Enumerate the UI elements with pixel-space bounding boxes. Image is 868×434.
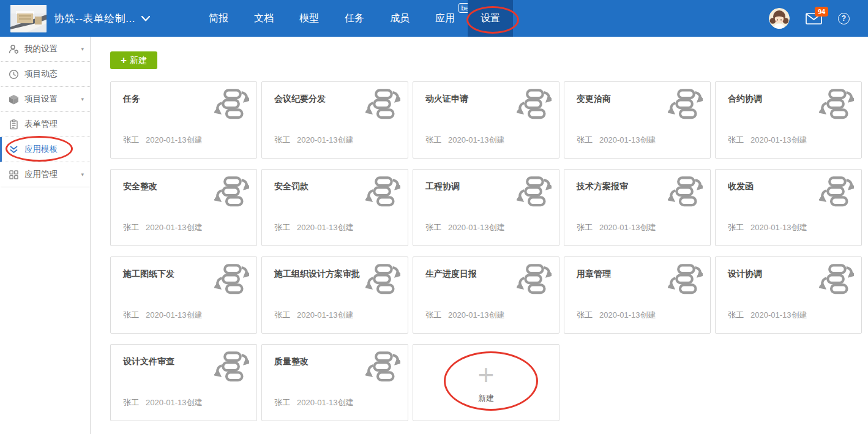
tab-briefing[interactable]: 简报	[196, 0, 241, 37]
card-created-date: 2020-01-13创建	[599, 310, 656, 320]
sidebar-item-project-settings[interactable]: 项目设置 ▾	[0, 87, 90, 112]
tab-apps[interactable]: 应用 beta	[422, 0, 468, 37]
sidebar-item-project-activity[interactable]: 项目动态	[0, 62, 90, 87]
card-creator: 张工	[425, 310, 441, 320]
template-card[interactable]: 会议纪要分发 张工2020-01-13创建	[261, 81, 408, 159]
new-card-label: 新建	[478, 393, 494, 404]
project-title: 协筑--表单绘制...	[54, 12, 135, 26]
workflow-icon	[214, 176, 249, 207]
card-title: 用章管理	[577, 269, 611, 280]
card-created-date: 2020-01-13创建	[448, 223, 505, 232]
card-title: 设计协调	[728, 269, 762, 280]
tab-settings[interactable]: 设置	[468, 0, 513, 37]
topbar: 协筑--表单绘制... 简报 文档 模型 任务 成员 应用 beta 设置	[0, 0, 868, 37]
card-created-date: 2020-01-13创建	[297, 135, 354, 144]
card-meta: 张工2020-01-13创建	[274, 397, 354, 408]
card-meta: 张工2020-01-13创建	[728, 135, 807, 146]
tab-model[interactable]: 模型	[286, 0, 332, 37]
project-logo	[10, 5, 47, 32]
card-created-date: 2020-01-13创建	[146, 310, 203, 320]
caret-down-icon: ▾	[81, 96, 84, 102]
sidebar: 我的设置 ▾ 项目动态 项目设置 ▾ 表单管理	[0, 37, 91, 434]
template-card[interactable]: 任务 张工2020-01-13创建	[110, 81, 257, 159]
workflow-icon	[517, 89, 552, 119]
new-button-label: 新建	[130, 55, 147, 66]
card-creator: 张工	[274, 135, 290, 144]
card-title: 工程协调	[425, 181, 460, 192]
workflow-icon	[819, 89, 854, 119]
sidebar-item-label: 表单管理	[24, 119, 84, 130]
card-title: 收发函	[728, 181, 754, 192]
sidebar-item-form-management[interactable]: 表单管理	[0, 112, 90, 137]
template-card[interactable]: 动火证申请 张工2020-01-13创建	[413, 81, 559, 159]
card-created-date: 2020-01-13创建	[599, 223, 656, 232]
card-creator: 张工	[274, 398, 290, 407]
template-card[interactable]: 安全整改 张工2020-01-13创建	[110, 169, 257, 246]
messages-button[interactable]: 94	[806, 13, 822, 24]
card-title: 合约协调	[728, 94, 762, 105]
template-card[interactable]: 质量整改 张工2020-01-13创建	[261, 344, 408, 421]
card-created-date: 2020-01-13创建	[750, 310, 807, 320]
card-creator: 张工	[123, 310, 139, 320]
card-meta: 张工2020-01-13创建	[274, 222, 354, 233]
tab-tasks[interactable]: 任务	[332, 0, 377, 37]
card-meta: 张工2020-01-13创建	[425, 222, 505, 233]
sidebar-item-label: 项目动态	[24, 69, 84, 80]
sidebar-item-my-settings[interactable]: 我的设置 ▾	[0, 37, 90, 62]
card-creator: 张工	[577, 135, 593, 144]
template-card[interactable]: 设计文件审查 张工2020-01-13创建	[110, 344, 257, 421]
card-meta: 张工2020-01-13创建	[728, 222, 807, 233]
card-meta: 张工2020-01-13创建	[425, 310, 505, 321]
new-template-card[interactable]: + 新建	[413, 344, 559, 421]
card-created-date: 2020-01-13创建	[599, 135, 656, 144]
double-chevron-icon	[9, 144, 19, 155]
help-icon: ?	[842, 14, 846, 23]
card-title: 动火证申请	[425, 94, 468, 105]
template-card[interactable]: 变更洽商 张工2020-01-13创建	[564, 81, 711, 159]
workflow-icon	[214, 351, 249, 382]
card-title: 技术方案报审	[577, 181, 628, 192]
card-created-date: 2020-01-13创建	[750, 135, 807, 144]
card-title: 安全罚款	[274, 181, 309, 192]
card-created-date: 2020-01-13创建	[448, 310, 505, 320]
card-meta: 张工2020-01-13创建	[577, 222, 656, 233]
sidebar-item-app-management[interactable]: 应用管理 ▾	[0, 162, 90, 187]
project-switcher[interactable]: 协筑--表单绘制...	[54, 12, 150, 26]
card-title: 施工组织设计方案审批	[274, 269, 360, 280]
main-nav: 简报 文档 模型 任务 成员 应用 beta 设置	[196, 0, 513, 37]
main-content: + 新建 任务 张工	[91, 37, 868, 434]
template-card[interactable]: 设计协调 张工2020-01-13创建	[715, 256, 862, 334]
workflow-icon	[819, 264, 854, 294]
template-card[interactable]: 工程协调 张工2020-01-13创建	[413, 169, 559, 246]
tab-members[interactable]: 成员	[377, 0, 422, 37]
card-created-date: 2020-01-13创建	[146, 223, 203, 232]
card-creator: 张工	[728, 310, 744, 320]
plus-icon: +	[478, 361, 495, 388]
card-creator: 张工	[577, 310, 593, 320]
help-button[interactable]: ?	[838, 13, 850, 24]
topbar-right: 94 ?	[769, 8, 850, 29]
tab-documents[interactable]: 文档	[241, 0, 286, 37]
card-created-date: 2020-01-13创建	[297, 223, 354, 232]
card-creator: 张工	[274, 223, 290, 232]
sidebar-item-app-templates[interactable]: 应用模板	[0, 137, 90, 162]
card-title: 安全整改	[123, 181, 157, 192]
new-template-button[interactable]: + 新建	[110, 51, 157, 69]
card-creator: 张工	[274, 310, 290, 320]
template-card[interactable]: 用章管理 张工2020-01-13创建	[564, 256, 711, 334]
workflow-icon	[365, 176, 400, 207]
card-title: 会议纪要分发	[274, 94, 326, 105]
card-created-date: 2020-01-13创建	[146, 398, 203, 407]
template-card[interactable]: 收发函 张工2020-01-13创建	[715, 169, 862, 246]
template-card[interactable]: 技术方案报审 张工2020-01-13创建	[564, 169, 711, 246]
caret-down-icon: ▾	[81, 46, 84, 52]
template-card[interactable]: 安全罚款 张工2020-01-13创建	[261, 169, 408, 246]
template-card[interactable]: 生产进度日报 张工2020-01-13创建	[413, 256, 559, 334]
template-card[interactable]: 施工图纸下发 张工2020-01-13创建	[110, 256, 257, 334]
template-card[interactable]: 合约协调 张工2020-01-13创建	[715, 81, 862, 159]
chevron-down-icon	[141, 16, 150, 21]
template-card[interactable]: 施工组织设计方案审批 张工2020-01-13创建	[261, 256, 408, 334]
card-meta: 张工2020-01-13创建	[123, 397, 203, 408]
user-avatar[interactable]	[769, 8, 790, 29]
card-creator: 张工	[123, 135, 139, 144]
